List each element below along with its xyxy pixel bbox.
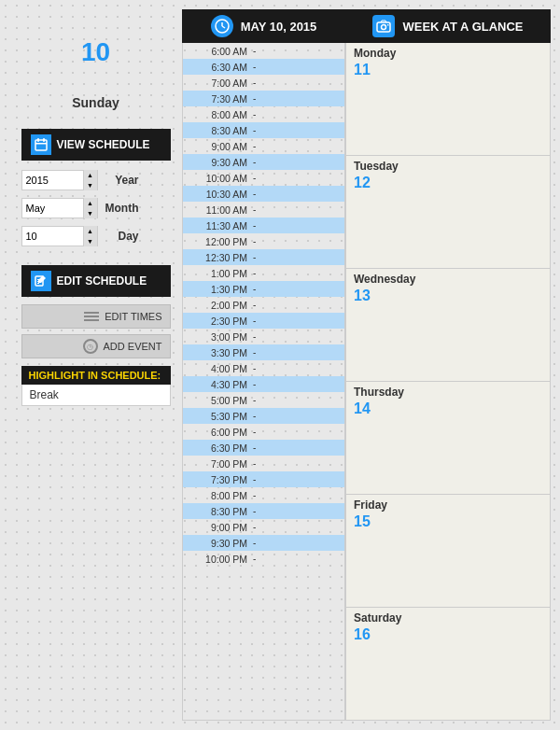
year-row: 2015 ▲ ▼ Year — [21, 170, 171, 190]
time-label: 8:30 PM — [183, 506, 253, 517]
time-row: 6:00 PM- — [183, 424, 344, 440]
week-day-name: Friday — [354, 498, 542, 512]
time-label: 5:00 PM — [183, 395, 253, 406]
week-day-number: 14 — [354, 400, 542, 417]
svg-rect-1 — [37, 138, 39, 142]
day-name: Sunday — [9, 95, 182, 110]
year-up-button[interactable]: ▲ — [84, 170, 97, 180]
day-down-button[interactable]: ▼ — [84, 236, 97, 246]
time-label: 7:30 PM — [183, 474, 253, 485]
day-input[interactable]: 10 — [22, 227, 83, 246]
time-dash: - — [253, 474, 256, 484]
time-row: 9:00 PM- — [183, 519, 344, 535]
week-header-label: WEEK AT A GLANCE — [402, 20, 523, 34]
time-row: 6:00 AM- — [183, 43, 344, 59]
week-day-number: 16 — [354, 626, 542, 643]
year-down-button[interactable]: ▼ — [84, 180, 97, 190]
week-day-name: Wednesday — [354, 273, 542, 286]
week-day-number: 13 — [354, 288, 542, 304]
edit-schedule-button[interactable]: EDIT SCHEDULE — [21, 265, 171, 297]
time-dash: - — [253, 395, 256, 405]
year-input[interactable]: 2015 — [22, 171, 83, 190]
add-event-button[interactable]: ◷ ADD EVENT — [21, 334, 171, 358]
year-spinner[interactable]: 2015 ▲ ▼ — [21, 170, 98, 190]
time-dash: - — [253, 554, 256, 564]
day-label: Day — [102, 230, 139, 243]
left-sidebar: 10 Sunday VIEW SCHEDULE 2015 ▲ ▼ — [9, 9, 182, 721]
edit-times-label: EDIT TIMES — [105, 311, 161, 322]
time-row: 10:30 AM- — [183, 186, 344, 202]
view-schedule-button[interactable]: VIEW SCHEDULE — [21, 129, 171, 161]
svg-rect-13 — [387, 24, 389, 26]
schedule-date: MAY 10, 2015 — [241, 20, 317, 34]
time-dash: - — [253, 204, 256, 215]
time-dash: - — [253, 173, 256, 183]
day-spinner[interactable]: 10 ▲ ▼ — [21, 226, 98, 246]
week-day-row: Thursday14 — [346, 382, 550, 495]
month-label: Month — [102, 202, 139, 215]
time-label: 2:00 PM — [183, 300, 253, 311]
time-dash: - — [253, 189, 256, 199]
week-day-number: 15 — [354, 513, 542, 530]
time-row: 7:30 PM- — [183, 471, 344, 487]
week-day-name: Saturday — [354, 611, 542, 625]
time-label: 6:30 AM — [183, 62, 253, 73]
time-dash: - — [253, 442, 256, 453]
year-arrows[interactable]: ▲ ▼ — [83, 170, 97, 190]
time-dash: - — [253, 300, 256, 310]
highlight-section: HIGHLIGHT IN SCHEDULE: Break — [21, 366, 171, 406]
time-label: 3:00 PM — [183, 331, 253, 343]
time-label: 10:00 PM — [183, 554, 253, 565]
time-dash: - — [253, 157, 256, 167]
time-row: 8:00 PM- — [183, 487, 344, 503]
day-arrows[interactable]: ▲ ▼ — [83, 226, 97, 246]
time-label: 4:30 PM — [183, 379, 253, 390]
time-row: 12:00 PM- — [183, 233, 344, 249]
month-input[interactable]: May — [22, 199, 83, 218]
time-list: 6:00 AM-6:30 AM-7:00 AM-7:30 AM-8:00 AM-… — [182, 43, 345, 721]
highlight-value: Break — [21, 385, 171, 406]
time-dash: - — [253, 284, 256, 294]
week-day-row: Friday15 — [346, 495, 550, 608]
time-label: 9:30 PM — [183, 538, 253, 549]
time-label: 9:00 PM — [183, 522, 253, 533]
time-row: 10:00 AM- — [183, 170, 344, 186]
time-dash: - — [253, 236, 256, 246]
time-row: 3:30 PM- — [183, 344, 344, 360]
edit-times-button[interactable]: EDIT TIMES — [21, 304, 171, 329]
month-up-button[interactable]: ▲ — [84, 198, 97, 208]
month-row: May ▲ ▼ Month — [21, 198, 171, 218]
clock-header-icon — [211, 15, 233, 37]
time-dash: - — [253, 77, 256, 88]
time-row: 8:30 PM- — [183, 503, 344, 519]
week-day-row: Monday11 — [346, 43, 550, 156]
svg-rect-2 — [43, 138, 45, 142]
month-spinner[interactable]: May ▲ ▼ — [21, 198, 98, 218]
time-label: 7:00 AM — [183, 77, 253, 89]
time-label: 1:30 PM — [183, 284, 253, 295]
day-up-button[interactable]: ▲ — [84, 226, 97, 236]
time-label: 9:00 AM — [183, 141, 253, 152]
svg-line-10 — [222, 26, 225, 28]
time-row: 5:00 PM- — [183, 392, 344, 408]
svg-rect-11 — [377, 22, 390, 32]
svg-rect-3 — [35, 143, 47, 145]
time-label: 4:00 PM — [183, 363, 253, 374]
time-row: 4:30 PM- — [183, 376, 344, 392]
week-day-row: Tuesday12 — [346, 156, 550, 269]
time-dash: - — [253, 490, 256, 500]
time-row: 11:30 AM- — [183, 218, 344, 233]
time-dash: - — [253, 220, 256, 231]
time-label: 9:30 AM — [183, 157, 253, 168]
time-dash: - — [253, 538, 256, 548]
svg-point-12 — [382, 25, 386, 30]
time-dash: - — [253, 331, 256, 342]
week-day-name: Monday — [354, 47, 542, 60]
month-down-button[interactable]: ▼ — [84, 208, 97, 218]
time-label: 8:00 AM — [183, 109, 253, 120]
edit-schedule-icon — [31, 271, 51, 291]
time-label: 11:30 AM — [183, 220, 253, 232]
month-arrows[interactable]: ▲ ▼ — [83, 198, 97, 218]
time-label: 10:30 AM — [183, 189, 253, 200]
time-label: 8:30 AM — [183, 125, 253, 136]
